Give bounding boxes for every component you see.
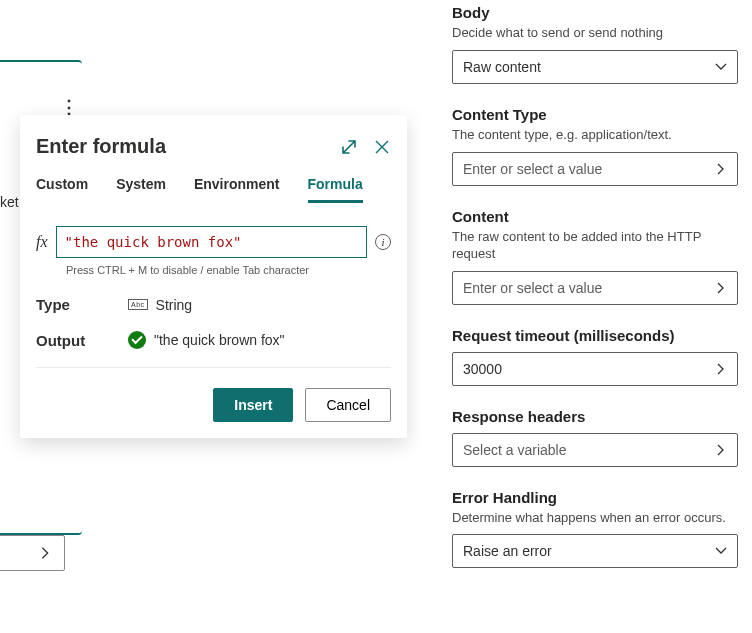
- error-sub: Determine what happens when an error occ…: [452, 510, 738, 527]
- timeout-value: 30000: [463, 361, 502, 377]
- fx-label: fx: [36, 233, 48, 251]
- error-value: Raise an error: [463, 543, 552, 559]
- resp-headers-label: Response headers: [452, 408, 738, 425]
- chevron-right-icon: [714, 443, 728, 457]
- properties-panel: Body Decide what to send or send nothing…: [420, 0, 746, 590]
- bg-expand-box[interactable]: [0, 535, 65, 571]
- content-type-label: Content Type: [452, 106, 738, 123]
- dialog-title: Enter formula: [36, 135, 166, 158]
- resp-headers-select[interactable]: Select a variable: [452, 433, 738, 467]
- close-icon[interactable]: [373, 138, 391, 156]
- check-icon: [128, 331, 146, 349]
- dialog-tabs: Custom System Environment Formula: [36, 176, 391, 204]
- chevron-right-icon: [714, 281, 728, 295]
- chevron-down-icon: [714, 60, 728, 74]
- insert-button[interactable]: Insert: [213, 388, 293, 422]
- output-value: "the quick brown fox": [154, 332, 285, 348]
- field-error-handling: Error Handling Determine what happens wh…: [452, 489, 738, 569]
- output-label: Output: [36, 332, 128, 349]
- body-sub: Decide what to send or send nothing: [452, 25, 738, 42]
- chevron-right-icon: [714, 162, 728, 176]
- content-type-placeholder: Enter or select a value: [463, 161, 602, 177]
- chevron-right-icon: [714, 362, 728, 376]
- error-label: Error Handling: [452, 489, 738, 506]
- type-label: Type: [36, 296, 128, 313]
- resp-headers-placeholder: Select a variable: [463, 442, 567, 458]
- tab-custom[interactable]: Custom: [36, 176, 88, 203]
- field-response-headers: Response headers Select a variable: [452, 408, 738, 467]
- type-value: String: [156, 297, 193, 313]
- type-row: Type Abc String: [36, 296, 391, 313]
- cancel-button[interactable]: Cancel: [305, 388, 391, 422]
- info-icon[interactable]: i: [375, 234, 391, 250]
- error-select[interactable]: Raise an error: [452, 534, 738, 568]
- output-row: Output "the quick brown fox": [36, 331, 391, 349]
- content-label: Content: [452, 208, 738, 225]
- field-content: Content The raw content to be added into…: [452, 208, 738, 305]
- tab-system[interactable]: System: [116, 176, 166, 203]
- field-timeout: Request timeout (milliseconds) 30000: [452, 327, 738, 386]
- formula-dialog: Enter formula Custom System Environment …: [20, 115, 407, 438]
- timeout-label: Request timeout (milliseconds): [452, 327, 738, 344]
- content-type-select[interactable]: Enter or select a value: [452, 152, 738, 186]
- dialog-footer: Insert Cancel: [36, 367, 391, 422]
- expand-icon[interactable]: [339, 137, 359, 157]
- body-label: Body: [452, 4, 738, 21]
- timeout-input[interactable]: 30000: [452, 352, 738, 386]
- body-select[interactable]: Raw content: [452, 50, 738, 84]
- content-placeholder: Enter or select a value: [463, 280, 602, 296]
- chevron-down-icon: [714, 544, 728, 558]
- formula-row: fx i: [36, 226, 391, 258]
- content-sub: The raw content to be added into the HTT…: [452, 229, 738, 263]
- body-value: Raw content: [463, 59, 541, 75]
- field-content-type: Content Type The content type, e.g. appl…: [452, 106, 738, 186]
- chevron-right-icon: [38, 546, 52, 560]
- dialog-header: Enter formula: [36, 135, 391, 158]
- type-badge-icon: Abc: [128, 299, 148, 310]
- dialog-header-actions: [339, 137, 391, 157]
- field-body: Body Decide what to send or send nothing…: [452, 4, 738, 84]
- formula-hint: Press CTRL + M to disable / enable Tab c…: [66, 264, 391, 276]
- content-type-sub: The content type, e.g. application/text.: [452, 127, 738, 144]
- bg-text-fragment: ket: [0, 194, 19, 210]
- tab-environment[interactable]: Environment: [194, 176, 280, 203]
- formula-input[interactable]: [56, 226, 367, 258]
- tab-formula[interactable]: Formula: [308, 176, 363, 203]
- content-select[interactable]: Enter or select a value: [452, 271, 738, 305]
